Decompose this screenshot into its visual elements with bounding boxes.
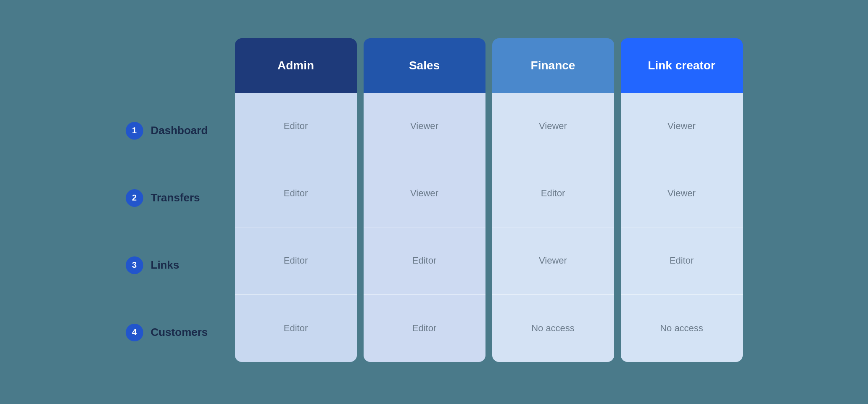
row-badge-1: 1 <box>126 122 143 140</box>
row-label-text-customers: Customers <box>151 326 208 339</box>
cell-sales-transfers: Viewer <box>364 160 485 227</box>
row-label-transfers: 2 Transfers <box>126 164 235 232</box>
row-label-text-transfers: Transfers <box>151 191 200 204</box>
cell-link-creator-transfers: Viewer <box>621 160 743 227</box>
cell-sales-dashboard: Viewer <box>364 93 485 160</box>
col-sales: SalesViewerViewerEditorEditor <box>364 38 485 362</box>
row-label-text-links: Links <box>151 259 179 272</box>
col-finance: FinanceViewerEditorViewerNo access <box>492 38 614 362</box>
cell-sales-customers: Editor <box>364 295 485 362</box>
col-header-finance: Finance <box>492 38 614 93</box>
cell-finance-links: Viewer <box>492 227 614 295</box>
col-body-admin: EditorEditorEditorEditor <box>235 93 357 362</box>
row-label-text-dashboard: Dashboard <box>151 124 208 137</box>
permissions-table: 1 Dashboard 2 Transfers 3 Links 4 Custom… <box>126 38 743 366</box>
cell-link-creator-dashboard: Viewer <box>621 93 743 160</box>
col-header-sales: Sales <box>364 38 485 93</box>
col-header-link-creator: Link creator <box>621 38 743 93</box>
col-header-admin: Admin <box>235 38 357 93</box>
cell-admin-customers: Editor <box>235 295 357 362</box>
col-link-creator: Link creatorViewerViewerEditorNo access <box>621 38 743 362</box>
cell-admin-transfers: Editor <box>235 160 357 227</box>
cell-admin-links: Editor <box>235 227 357 295</box>
cell-link-creator-links: Editor <box>621 227 743 295</box>
col-body-sales: ViewerViewerEditorEditor <box>364 93 485 362</box>
row-badge-4: 4 <box>126 324 143 341</box>
cell-finance-dashboard: Viewer <box>492 93 614 160</box>
row-label-dashboard: 1 Dashboard <box>126 97 235 164</box>
cell-sales-links: Editor <box>364 227 485 295</box>
row-badge-3: 3 <box>126 256 143 274</box>
row-labels: 1 Dashboard 2 Transfers 3 Links 4 Custom… <box>126 38 235 366</box>
row-label-customers: 4 Customers <box>126 299 235 366</box>
col-admin: AdminEditorEditorEditorEditor <box>235 38 357 362</box>
cell-admin-dashboard: Editor <box>235 93 357 160</box>
cell-finance-transfers: Editor <box>492 160 614 227</box>
data-columns: AdminEditorEditorEditorEditorSalesViewer… <box>235 38 743 362</box>
row-label-links: 3 Links <box>126 232 235 299</box>
col-body-finance: ViewerEditorViewerNo access <box>492 93 614 362</box>
row-badge-2: 2 <box>126 189 143 207</box>
col-body-link-creator: ViewerViewerEditorNo access <box>621 93 743 362</box>
cell-finance-customers: No access <box>492 295 614 362</box>
cell-link-creator-customers: No access <box>621 295 743 362</box>
